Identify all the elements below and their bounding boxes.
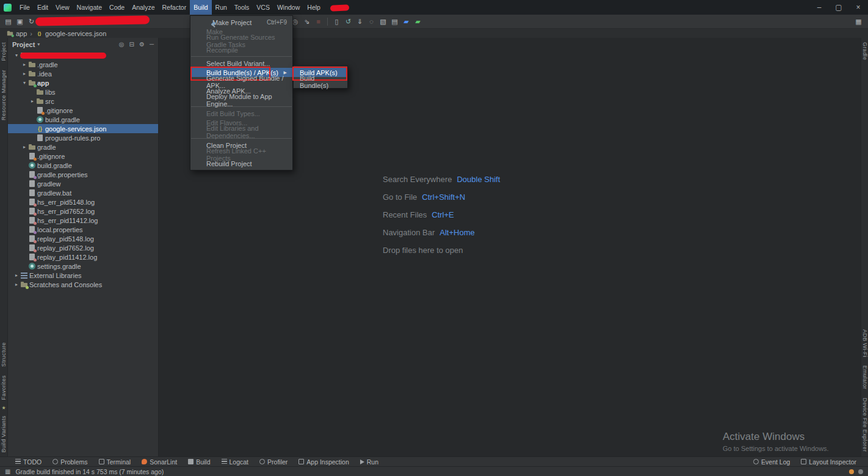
breadcrumb-file[interactable]: google-services.json [45,30,106,37]
tree-item-build-gradle[interactable]: build.gradle [8,161,158,170]
chevron-right-icon[interactable]: ▸ [21,62,28,67]
toolwindow-button-problems[interactable]: Problems [52,458,87,466]
toolwindow-switcher-icon[interactable]: ▦ [5,468,10,475]
menu-refactor[interactable]: Refactor [159,0,190,15]
toolwindow-button-layout-inspector[interactable]: Layout Inspector [801,458,856,466]
logcat-icon[interactable]: ▤ [389,16,400,27]
menu-item-generate-signed-bundle-apk[interactable]: Generate Signed Bundle / APK... [190,77,292,86]
menu-item-select-build-variant[interactable]: Select Build Variant... [190,59,292,68]
tree-item-local-properties[interactable]: local.properties [8,225,158,234]
toolwindow-button-logcat[interactable]: Logcat [222,458,249,466]
menu-run[interactable]: Run [212,0,231,15]
chevron-right-icon[interactable]: ▸ [13,282,20,287]
tree-item-settings-gradle[interactable]: settings.gradle [8,262,158,271]
tree-item-gradle[interactable]: ▸gradle [8,142,158,152]
menu-build[interactable]: Build [190,0,211,15]
tool-strip-emulator[interactable]: Emulator [862,365,868,389]
toolwindow-button-todo[interactable]: TODO [15,458,42,466]
chevron-right-icon[interactable]: ▸ [21,71,28,76]
tree-item-hs-err-pid5148-log[interactable]: hs_err_pid5148.log [8,197,158,207]
background-tasks-icon[interactable] [858,469,863,474]
tree-item-app[interactable]: ▾app [8,78,158,87]
misc-green-icon[interactable]: ▰ [413,16,423,27]
tree-item-gitignore[interactable]: .gitignore [8,152,158,161]
breadcrumb-module[interactable]: app [16,30,27,37]
menu-navigate[interactable]: Navigate [73,0,106,15]
misc-blue-icon[interactable]: ▰ [401,16,411,27]
close-button[interactable]: × [848,0,868,15]
sdk-manager-icon[interactable]: ⇓ [355,16,365,27]
tool-strip-gradle[interactable]: Gradle [862,42,868,60]
toolwindow-button-terminal[interactable]: Terminal [99,458,131,466]
toolwindow-button-sonarlint[interactable]: SonarLint [142,458,177,466]
tool-strip-adb-wi-fi[interactable]: ADB Wi-Fi [862,329,868,357]
tool-strip-resource-manager[interactable]: Resource Manager [1,70,7,120]
json-file-icon [36,125,44,133]
tool-strip-structure[interactable]: Structure [1,342,7,367]
chevron-right-icon[interactable]: ▸ [21,144,28,150]
device-manager-icon[interactable]: ▯ [331,16,342,27]
gradle-sync-icon[interactable]: ↺ [343,16,353,27]
tree-item-src[interactable]: ▸src [8,97,158,106]
project-panel-title[interactable]: Project [12,41,35,48]
open-project-icon[interactable]: ▤ [3,16,13,27]
menu-vcs[interactable]: VCS [253,0,273,15]
window-grid-icon[interactable]: ▦ [853,16,864,27]
collapse-all-icon[interactable]: ⊟ [129,41,134,48]
minimize-button[interactable]: – [809,0,829,15]
chevron-down-icon[interactable]: ▾ [37,42,40,47]
maximize-button[interactable]: ▢ [829,0,848,15]
tree-item-build-gradle[interactable]: build.gradle [8,115,158,124]
toolwindow-button-build[interactable]: Build [188,458,210,466]
search-icon[interactable]: ◌ [366,16,377,27]
tool-strip-favorites[interactable]: Favorites [1,375,7,400]
tree-item-gitignore[interactable]: .gitignore [8,106,158,115]
chevron-right-icon[interactable]: ▸ [29,98,36,104]
menu-item-deploy-module-to-app-engine[interactable]: Deploy Module to App Engine... [190,95,292,104]
tree-item-replay-pid11412-log[interactable]: replay_pid11412.log [8,252,158,262]
menu-analyze[interactable]: Analyze [128,0,158,15]
toolwindow-button-event-log[interactable]: Event Log [753,458,790,466]
settings-gear-icon[interactable]: ⚙ [139,41,145,48]
tree-item-idea[interactable]: ▸.idea [8,69,158,78]
hide-panel-icon[interactable]: ─ [150,41,154,48]
chevron-down-icon[interactable]: ▾ [13,53,20,58]
menu-file[interactable]: File [16,0,34,15]
toolwindow-button-run[interactable]: Run [360,458,378,466]
notification-icon[interactable] [849,469,854,474]
tree-item-replay-pid5148-log[interactable]: replay_pid5148.log [8,234,158,243]
tree-item-scratches-and-consoles[interactable]: ▸Scratches and Consoles [8,280,158,289]
stop-icon[interactable]: ■ [313,16,324,27]
tree-item-libs[interactable]: libs [8,87,158,97]
tree-item-google-services-json[interactable]: google-services.json [8,124,158,133]
tool-strip-project[interactable]: Project [1,42,7,61]
locate-file-icon[interactable]: ◎ [119,41,125,48]
tree-item-gradle-properties[interactable]: gradle.properties [8,170,158,179]
menu-help[interactable]: Help [303,0,324,15]
tree-item-gradlew-bat[interactable]: gradlew.bat [8,188,158,197]
tool-strip-build-variants[interactable]: Build Variants [1,416,7,452]
menu-code[interactable]: Code [106,0,128,15]
toolwindow-button-app-inspection[interactable]: App Inspection [298,458,349,466]
tree-item-hs-err-pid7652-log[interactable]: hs_err_pid7652.log [8,207,158,216]
chevron-down-icon[interactable]: ▾ [21,80,28,86]
tree-item-gradle[interactable]: ▸.gradle [8,60,158,69]
menu-edit[interactable]: Edit [34,0,52,15]
tree-item-replay-pid7652-log[interactable]: replay_pid7652.log [8,243,158,252]
tree-item-external-libraries[interactable]: ▸External Libraries [8,271,158,280]
menu-tools[interactable]: Tools [231,0,253,15]
menu-item-rebuild-project[interactable]: Rebuild Project [190,159,292,168]
menu-item-make-project[interactable]: Make ProjectCtrl+F9 [190,18,292,27]
tree-item-hs-err-pid11412-log[interactable]: hs_err_pid11412.log [8,216,158,225]
submenu-item-build-bundle-s[interactable]: Build Bundle(s) [294,77,347,86]
menu-window[interactable]: Window [273,0,303,15]
tree-item-proguard-rules-pro[interactable]: proguard-rules.pro [8,133,158,142]
attach-debugger-icon[interactable]: ⇘ [302,16,312,27]
tree-item-gradlew[interactable]: gradlew [8,179,158,188]
tool-strip-device-file-explorer[interactable]: Device File Explorer [862,398,868,452]
layout-inspector-icon[interactable]: ▧ [378,16,388,27]
menu-view[interactable]: View [52,0,73,15]
chevron-right-icon[interactable]: ▸ [13,273,20,278]
save-all-icon[interactable]: ▣ [15,16,25,27]
toolwindow-button-profiler[interactable]: Profiler [259,458,288,466]
